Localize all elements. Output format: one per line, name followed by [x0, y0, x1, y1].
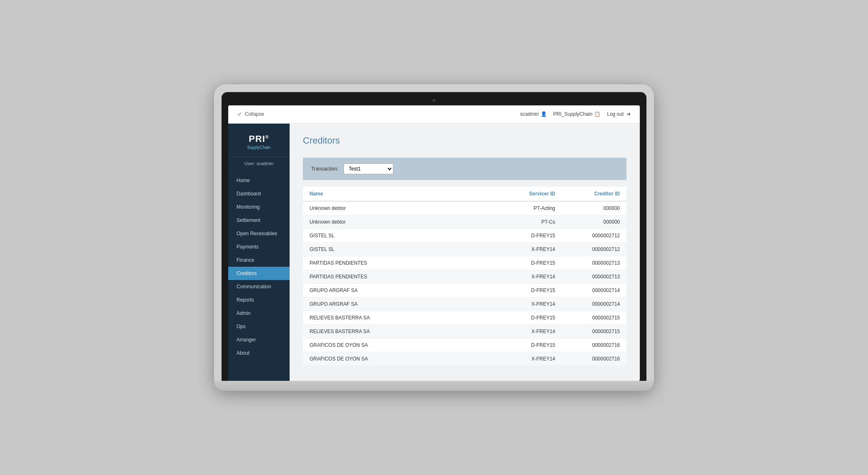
table-row: Unknown debtorPT-Cs000000 [303, 215, 627, 229]
screen-bezel: ⤢ Collapse scadmin 👤 PRI_SupplyChain 📋 L… [222, 92, 646, 381]
cell-creditor-id: 0000002715 [562, 324, 627, 338]
logo-sub: SupplyChain [235, 145, 283, 150]
table-row: RELIEVES BASTERRA SAD-FREY150000002715 [303, 311, 627, 324]
sidebar-item-payments[interactable]: Payments [228, 240, 290, 253]
cell-name: GRUPO ARGRAF SA [303, 297, 497, 311]
sidebar-item-creditors[interactable]: Creditors [228, 267, 290, 280]
table-row: PARTIDAS PENDIENTESD-FREY150000002713 [303, 256, 627, 270]
topbar: ⤢ Collapse scadmin 👤 PRI_SupplyChain 📋 L… [228, 105, 640, 124]
creditors-table: Name Servicer ID Creditor ID Unknown deb… [303, 187, 627, 366]
cell-servicer-id: D-FREY15 [497, 229, 562, 242]
table-row: GRUPO ARGRAF SAX-FREY140000002714 [303, 297, 627, 311]
topbar-workspace-label: PRI_SupplyChain [553, 111, 592, 117]
table-row: PARTIDAS PENDIENTESX-FREY140000002713 [303, 270, 627, 283]
sidebar-item-open-receivables[interactable]: Open Receivables [228, 227, 290, 240]
table-row: GISTEL SLX-FREY140000002712 [303, 242, 627, 256]
sidebar-user-label: User: scadmin [228, 157, 290, 171]
cell-creditor-id: 0000002716 [562, 338, 627, 352]
cell-name: GISTEL SL [303, 242, 497, 256]
cell-name: GRAFICOS DE OYON SA [303, 338, 497, 352]
sidebar-item-home[interactable]: Home [228, 174, 290, 187]
cell-name: PARTIDAS PENDIENTES [303, 270, 497, 283]
logout-label: Log out [607, 111, 624, 117]
cell-creditor-id: 000000 [562, 201, 627, 215]
cell-creditor-id: 0000002712 [562, 242, 627, 256]
cell-servicer-id: D-FREY15 [497, 338, 562, 352]
cell-servicer-id: PT-Cs [497, 215, 562, 229]
cell-servicer-id: X-FREY14 [497, 270, 562, 283]
cell-name: GISTEL SL [303, 229, 497, 242]
app-container: PRI® SupplyChain User: scadmin HomeDashb… [228, 124, 640, 381]
filter-label: Transaction: [311, 166, 339, 172]
logout-icon: ➜ [626, 111, 631, 117]
cell-creditor-id: 0000002715 [562, 311, 627, 324]
content-area: Creditors Transaction: Test1Test2Test3 N… [290, 124, 640, 381]
logout-button[interactable]: Log out ➜ [607, 111, 631, 117]
sidebar-item-settlement[interactable]: Settlement [228, 214, 290, 227]
sidebar-logo: PRI® SupplyChain [228, 124, 290, 157]
cell-servicer-id: D-FREY15 [497, 283, 562, 297]
cell-name: RELIEVES BASTERRA SA [303, 311, 497, 324]
table-header-row: Name Servicer ID Creditor ID [303, 187, 627, 201]
col-header-servicer: Servicer ID [497, 187, 562, 201]
main-content: Creditors Transaction: Test1Test2Test3 N… [290, 124, 640, 381]
table-row: GRAFICOS DE OYON SAX-FREY140000002716 [303, 352, 627, 365]
cell-servicer-id: D-FREY15 [497, 256, 562, 270]
page-title: Creditors [303, 135, 627, 146]
sidebar-item-about[interactable]: About [228, 346, 290, 360]
sidebar-item-admin[interactable]: Admin [228, 307, 290, 320]
screen: ⤢ Collapse scadmin 👤 PRI_SupplyChain 📋 L… [228, 105, 640, 381]
col-header-creditor: Creditor ID [562, 187, 627, 201]
cell-servicer-id: PT-Acting [497, 201, 562, 215]
sidebar-item-arranger[interactable]: Arranger [228, 333, 290, 346]
cell-creditor-id: 0000002713 [562, 256, 627, 270]
laptop-base [214, 381, 654, 391]
table-row: Unknown debtorPT-Acting000000 [303, 201, 627, 215]
cell-creditor-id: 0000002712 [562, 229, 627, 242]
table-row: GRAFICOS DE OYON SAD-FREY150000002716 [303, 338, 627, 352]
cell-servicer-id: X-FREY14 [497, 242, 562, 256]
sidebar-item-monitoring[interactable]: Monitoring [228, 200, 290, 214]
logo-text: PRI® [235, 134, 283, 144]
cell-name: GRAFICOS DE OYON SA [303, 352, 497, 365]
sidebar-item-communication[interactable]: Communication [228, 280, 290, 293]
cell-servicer-id: X-FREY14 [497, 352, 562, 365]
collapse-icon: ⤢ [237, 111, 242, 117]
sidebar-item-reports[interactable]: Reports [228, 293, 290, 307]
user-icon: 👤 [541, 111, 546, 117]
cell-name: PARTIDAS PENDIENTES [303, 256, 497, 270]
transaction-select[interactable]: Test1Test2Test3 [344, 163, 393, 174]
cell-creditor-id: 000000 [562, 215, 627, 229]
cell-name: GRUPO ARGRAF SA [303, 283, 497, 297]
cell-servicer-id: X-FREY14 [497, 297, 562, 311]
topbar-user-label: scadmin [520, 111, 539, 117]
cell-servicer-id: D-FREY15 [497, 311, 562, 324]
sidebar-item-dashboard[interactable]: Dashboard [228, 187, 290, 200]
sidebar: PRI® SupplyChain User: scadmin HomeDashb… [228, 124, 290, 381]
filter-bar: Transaction: Test1Test2Test3 [303, 158, 627, 180]
cell-name: Unknown debtor [303, 215, 497, 229]
table-row: GISTEL SLD-FREY150000002712 [303, 229, 627, 242]
col-header-name: Name [303, 187, 497, 201]
workspace-icon: 📋 [595, 111, 600, 117]
sidebar-item-ops[interactable]: Ops [228, 320, 290, 333]
table-row: RELIEVES BASTERRA SAX-FREY140000002715 [303, 324, 627, 338]
cell-servicer-id: X-FREY14 [497, 324, 562, 338]
cell-name: Unknown debtor [303, 201, 497, 215]
laptop-frame: ⤢ Collapse scadmin 👤 PRI_SupplyChain 📋 L… [214, 85, 654, 391]
table-row: GRUPO ARGRAF SAD-FREY150000002714 [303, 283, 627, 297]
topbar-right: scadmin 👤 PRI_SupplyChain 📋 Log out ➜ [520, 111, 631, 117]
camera [432, 99, 436, 102]
cell-creditor-id: 0000002714 [562, 283, 627, 297]
topbar-user: scadmin 👤 [520, 111, 547, 117]
collapse-label: Collapse [245, 111, 264, 117]
collapse-button[interactable]: ⤢ Collapse [237, 111, 264, 117]
cell-name: RELIEVES BASTERRA SA [303, 324, 497, 338]
cell-creditor-id: 0000002713 [562, 270, 627, 283]
topbar-workspace: PRI_SupplyChain 📋 [553, 111, 600, 117]
table-body: Unknown debtorPT-Acting000000Unknown deb… [303, 201, 627, 366]
cell-creditor-id: 0000002714 [562, 297, 627, 311]
sidebar-item-finance[interactable]: Finance [228, 253, 290, 267]
sidebar-nav: HomeDashboardMonitoringSettlementOpen Re… [228, 171, 290, 381]
cell-creditor-id: 0000002716 [562, 352, 627, 365]
